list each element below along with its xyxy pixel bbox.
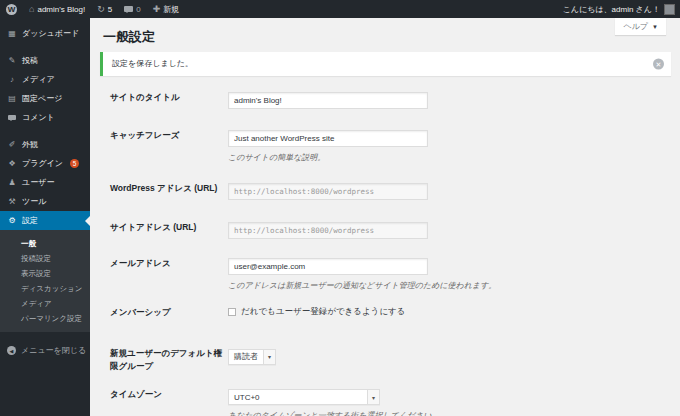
submenu-item-media[interactable]: メディア (0, 296, 90, 311)
site-name-label: admin's Blog! (37, 5, 85, 14)
collapse-menu-button[interactable]: ◀ メニューを閉じる (0, 345, 90, 356)
membership-label: メンバーシップ (110, 304, 228, 318)
updates-menu[interactable]: ↻ 5 (91, 0, 118, 18)
sidebar-item-label: 設定 (22, 215, 38, 226)
comments-menu[interactable]: 0 (118, 0, 146, 18)
sidebar-item-settings[interactable]: ⚙ 設定 (0, 211, 90, 230)
new-label: 新規 (163, 4, 179, 15)
site-title-row: サイトのタイトル (100, 89, 671, 109)
timezone-row: タイムゾーン UTC+0 ▾ あなたのタイムゾーンと一致する街を選択してください… (100, 386, 671, 416)
user-avatar[interactable] (664, 4, 675, 15)
sidebar-item-plugins[interactable]: ❖ プラグイン 5 (0, 154, 90, 173)
admin-bar: W ⌂ admin's Blog! ↻ 5 0 ✚ 新規 こんにちは、admin… (0, 0, 680, 18)
posts-icon: ✎ (7, 57, 17, 65)
site-url-input (228, 222, 428, 239)
default-role-select[interactable]: 購読者 ▾ (228, 349, 276, 365)
tagline-row: キャッチフレーズ このサイトの簡単な説明。 (100, 127, 671, 163)
sidebar-item-label: 外観 (22, 139, 38, 150)
admin-bar-left: W ⌂ admin's Blog! ↻ 5 0 ✚ 新規 (0, 0, 185, 18)
sidebar-item-media[interactable]: ♪ メディア (0, 70, 90, 89)
media-icon: ♪ (7, 76, 17, 84)
sidebar-item-label: メディア (22, 74, 55, 85)
wordpress-url-row: WordPress アドレス (URL) (100, 180, 671, 200)
comments-icon (7, 114, 17, 122)
submenu-item-permalinks[interactable]: パーマリンク設定 (0, 311, 90, 326)
updates-icon: ↻ (97, 5, 105, 14)
new-content-menu[interactable]: ✚ 新規 (147, 0, 186, 18)
plus-icon: ✚ (153, 5, 161, 14)
email-row: メールアドレス このアドレスは新規ユーザーの通知などサイト管理のために使われます… (100, 255, 671, 291)
pages-icon: ▤ (7, 95, 17, 103)
membership-checkbox-label: だれでもユーザー登録ができるようにする (241, 306, 406, 318)
submenu-item-discussion[interactable]: ディスカッション (0, 281, 90, 296)
tagline-description: このサイトの簡単な説明。 (228, 152, 671, 163)
timezone-label: タイムゾーン (110, 386, 228, 416)
email-label: メールアドレス (110, 255, 228, 291)
settings-submenu: 一般 投稿設定 表示設定 ディスカッション メディア パーマリンク設定 (0, 230, 90, 332)
email-description: このアドレスは新規ユーザーの通知などサイト管理のために使われます。 (228, 280, 671, 291)
site-title-label: サイトのタイトル (110, 89, 228, 109)
appearance-icon: ✐ (7, 141, 17, 149)
dismiss-notice-button[interactable]: ✕ (653, 59, 664, 70)
default-role-value: 購読者 (229, 350, 263, 364)
site-url-label: サイトアドレス (URL) (110, 219, 228, 239)
sidebar-item-posts[interactable]: ✎ 投稿 (0, 51, 90, 70)
sidebar-item-pages[interactable]: ▤ 固定ページ (0, 89, 90, 108)
timezone-select[interactable]: UTC+0 ▾ (228, 389, 380, 405)
menu-separator (0, 127, 90, 135)
settings-icon: ⚙ (7, 217, 17, 225)
default-role-row: 新規ユーザーのデフォルト権限グループ 購読者 ▾ (100, 345, 671, 372)
main-content: 一般設定 設定を保存しました。 ✕ サイトのタイトル キャッチフレーズ このサイ… (90, 18, 680, 416)
collapse-menu-label: メニューを閉じる (21, 345, 86, 356)
site-title-input[interactable] (228, 92, 428, 109)
admin-bar-right: こんにちは、admin さん！ (563, 4, 680, 15)
plugins-icon: ❖ (7, 160, 17, 168)
membership-checkbox[interactable] (228, 308, 236, 316)
tools-icon: ⚒ (7, 198, 17, 206)
default-role-label: 新規ユーザーのデフォルト権限グループ (110, 345, 228, 372)
users-icon: ♟ (7, 179, 17, 187)
sidebar-item-label: ツール (22, 196, 46, 207)
help-tab[interactable]: ヘルプ ▼ (615, 18, 666, 35)
tagline-input[interactable] (228, 130, 428, 147)
membership-row: メンバーシップ だれでもユーザー登録ができるようにする (100, 304, 671, 318)
update-count: 5 (108, 5, 112, 14)
submenu-item-general[interactable]: 一般 (0, 236, 90, 251)
sidebar-item-label: コメント (22, 112, 55, 123)
sidebar-item-comments[interactable]: コメント (0, 108, 90, 127)
wordpress-url-label: WordPress アドレス (URL) (110, 180, 228, 200)
comment-count: 0 (136, 5, 140, 14)
timezone-description: あなたのタイムゾーンと一致する街を選択してください。 (228, 410, 671, 416)
collapse-arrow-icon: ◀ (7, 346, 16, 355)
chevron-down-icon: ▼ (652, 24, 658, 30)
help-label: ヘルプ (623, 21, 648, 32)
timezone-value: UTC+0 (229, 390, 367, 404)
select-arrow-icon: ▾ (367, 390, 379, 404)
sidebar-item-users[interactable]: ♟ ユーザー (0, 173, 90, 192)
wordpress-url-input (228, 183, 428, 200)
tagline-label: キャッチフレーズ (110, 127, 228, 163)
page-title: 一般設定 (100, 18, 671, 52)
comment-bubble-icon (124, 6, 133, 12)
sidebar-item-appearance[interactable]: ✐ 外観 (0, 135, 90, 154)
sidebar-item-label: ダッシュボード (22, 28, 79, 39)
wordpress-logo-icon: W (6, 4, 17, 15)
settings-saved-notice: 設定を保存しました。 ✕ (100, 52, 671, 76)
email-input[interactable] (228, 258, 428, 275)
submenu-item-reading[interactable]: 表示設定 (0, 266, 90, 281)
sidebar-item-label: ユーザー (22, 177, 54, 188)
sidebar-item-dashboard[interactable]: ▦ ダッシュボード (0, 24, 90, 43)
admin-sidebar: ▦ ダッシュボード ✎ 投稿 ♪ メディア ▤ 固定ページ コメント ✐ 外観 … (0, 18, 90, 416)
dashboard-icon: ▦ (7, 30, 17, 38)
notice-text: 設定を保存しました。 (112, 59, 193, 68)
sidebar-item-label: 固定ページ (22, 93, 62, 104)
submenu-item-writing[interactable]: 投稿設定 (0, 251, 90, 266)
plugin-update-badge: 5 (70, 159, 79, 168)
site-name-menu[interactable]: ⌂ admin's Blog! (23, 0, 91, 18)
menu-separator (0, 43, 90, 51)
howdy-greeting[interactable]: こんにちは、admin さん！ (563, 4, 660, 15)
wordpress-logo-menu[interactable]: W (0, 0, 23, 18)
sidebar-item-label: プラグイン (22, 158, 63, 169)
select-arrow-icon: ▾ (263, 350, 275, 364)
sidebar-item-tools[interactable]: ⚒ ツール (0, 192, 90, 211)
